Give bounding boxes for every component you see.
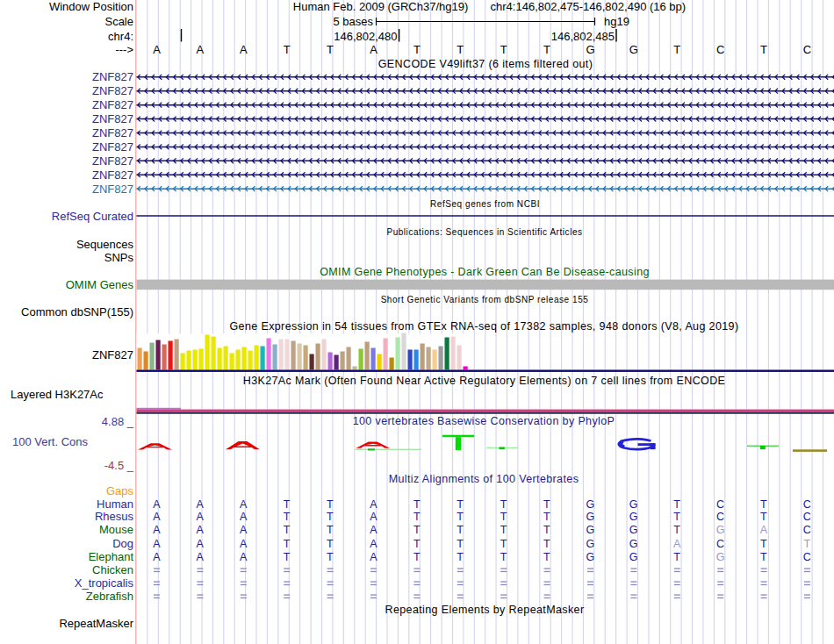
svg-text:A: A xyxy=(673,538,681,550)
svg-text:A: A xyxy=(240,538,248,550)
svg-text:T: T xyxy=(327,524,334,536)
svg-text:T: T xyxy=(760,43,767,56)
svg-text:ZNF827: ZNF827 xyxy=(92,84,133,97)
svg-text:ZNF827: ZNF827 xyxy=(92,140,133,154)
svg-text:Mouse: Mouse xyxy=(99,523,133,536)
svg-text:Publications: Sequences in Sci: Publications: Sequences in Scientific Ar… xyxy=(386,227,582,237)
svg-text:T: T xyxy=(413,511,421,523)
svg-text:ZNF827: ZNF827 xyxy=(92,70,133,83)
svg-text:T: T xyxy=(803,538,810,550)
svg-text:ZNF827: ZNF827 xyxy=(92,98,133,111)
svg-text:A: A xyxy=(153,511,161,523)
svg-text:T: T xyxy=(543,538,550,550)
svg-text:ZNF827: ZNF827 xyxy=(92,168,133,182)
svg-text:ZNF827: ZNF827 xyxy=(92,126,133,140)
svg-text:Rhesus: Rhesus xyxy=(95,510,134,523)
svg-text:C: C xyxy=(803,511,811,523)
svg-text:T: T xyxy=(413,551,421,563)
svg-text:T: T xyxy=(327,538,334,550)
svg-text:T: T xyxy=(327,43,334,56)
svg-text:G: G xyxy=(629,498,638,511)
svg-text:T: T xyxy=(500,43,507,56)
svg-text:T: T xyxy=(284,511,291,523)
svg-text:A: A xyxy=(197,511,205,523)
svg-text:Common dbSNP(155): Common dbSNP(155) xyxy=(21,305,133,318)
svg-text:T: T xyxy=(543,551,550,563)
svg-text:T: T xyxy=(284,538,291,550)
svg-text:A: A xyxy=(197,43,205,56)
svg-text:A: A xyxy=(197,524,205,536)
svg-text:G: G xyxy=(629,538,638,550)
svg-text:A: A xyxy=(197,538,205,550)
svg-text:G: G xyxy=(629,511,638,523)
svg-text:T: T xyxy=(673,551,680,563)
svg-text:Layered H3K27Ac: Layered H3K27Ac xyxy=(11,388,104,401)
svg-text:A: A xyxy=(760,524,768,536)
svg-text:A: A xyxy=(370,538,377,550)
svg-text:ZNF827: ZNF827 xyxy=(92,112,133,125)
svg-text:G: G xyxy=(586,498,594,511)
svg-text:A: A xyxy=(370,511,377,523)
svg-text:X_tropicalis: X_tropicalis xyxy=(75,576,134,590)
svg-text:Chicken: Chicken xyxy=(92,563,133,576)
svg-text:C: C xyxy=(716,498,724,511)
svg-text:T: T xyxy=(413,524,421,536)
svg-text:G: G xyxy=(586,538,594,550)
svg-text:Repeating Elements by RepeatMa: Repeating Elements by RepeatMasker xyxy=(385,604,585,616)
svg-text:T: T xyxy=(413,43,421,56)
svg-text:T: T xyxy=(457,498,464,511)
svg-text:RepeatMasker: RepeatMasker xyxy=(59,617,133,630)
svg-text:RefSeq genes from NCBI: RefSeq genes from NCBI xyxy=(430,199,540,209)
svg-text:G: G xyxy=(716,551,725,563)
svg-text:T: T xyxy=(760,551,767,563)
svg-text:A: A xyxy=(240,43,248,56)
svg-text:T: T xyxy=(457,511,464,523)
svg-text:A: A xyxy=(370,524,377,536)
svg-text:Human: Human xyxy=(97,497,133,511)
svg-text:T: T xyxy=(413,498,421,511)
svg-text:chr4:: chr4: xyxy=(108,30,133,43)
svg-text:OMIM Genes: OMIM Genes xyxy=(66,278,134,291)
svg-text:Gene Expression in 54 tissues: Gene Expression in 54 tissues from GTEx … xyxy=(229,320,738,333)
svg-text:T: T xyxy=(457,524,464,536)
svg-text:SNPs: SNPs xyxy=(104,251,134,264)
svg-text:Short Genetic Variants from db: Short Genetic Variants from dbSNP releas… xyxy=(381,295,589,304)
svg-text:OMIM Gene Phenotypes - Dark Gr: OMIM Gene Phenotypes - Dark Green Can Be… xyxy=(320,266,650,278)
svg-text:T: T xyxy=(284,524,291,536)
svg-text:T: T xyxy=(284,43,291,56)
svg-text:G: G xyxy=(586,511,594,523)
svg-text:T: T xyxy=(327,511,334,523)
svg-text:T: T xyxy=(673,43,680,56)
svg-text:A: A xyxy=(153,551,161,563)
svg-text:T: T xyxy=(673,511,680,523)
svg-text:A: A xyxy=(197,551,205,563)
svg-text:A: A xyxy=(370,498,377,511)
svg-text:T: T xyxy=(500,551,507,563)
svg-text:T: T xyxy=(543,43,550,56)
svg-text:A: A xyxy=(153,43,161,56)
svg-text:Gaps: Gaps xyxy=(106,484,134,497)
svg-text:G: G xyxy=(586,43,594,56)
svg-text:T: T xyxy=(284,498,291,511)
svg-text:T: T xyxy=(327,551,334,563)
svg-text:G: G xyxy=(586,524,594,536)
svg-text:T: T xyxy=(760,538,767,550)
svg-text:--->: ---> xyxy=(115,43,133,56)
svg-text:ZNF827: ZNF827 xyxy=(92,154,133,168)
svg-text:A: A xyxy=(240,498,248,511)
svg-text:Zebrafish: Zebrafish xyxy=(86,590,133,603)
svg-text:G: G xyxy=(716,524,725,536)
svg-text:Sequences: Sequences xyxy=(76,238,134,251)
svg-text:146,802,485: 146,802,485 xyxy=(551,30,615,43)
svg-text:C: C xyxy=(803,43,811,56)
svg-text:T: T xyxy=(543,511,550,523)
svg-text:T: T xyxy=(500,524,507,536)
svg-text:100 vertebrates Basewise Conse: 100 vertebrates Basewise Conservation by… xyxy=(353,415,615,427)
svg-text:Elephant: Elephant xyxy=(89,550,134,563)
svg-text:A: A xyxy=(240,511,248,523)
svg-text:GENCODE V49lift37 (6 items fil: GENCODE V49lift37 (6 items filtered out) xyxy=(378,58,593,70)
svg-text:T: T xyxy=(673,524,680,536)
svg-text:Dog: Dog xyxy=(112,537,133,550)
svg-text:T: T xyxy=(457,538,464,550)
svg-text:A: A xyxy=(153,498,161,511)
